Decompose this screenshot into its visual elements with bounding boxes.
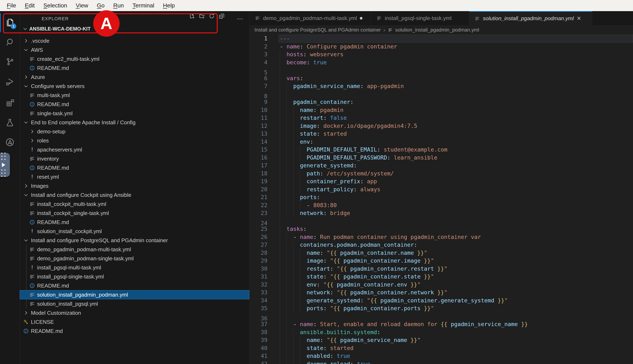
code-line-11[interactable]: 11restart: false: [250, 114, 633, 122]
code-line-28[interactable]: 28name: "{{ pgadmin_container.name }}": [250, 249, 633, 257]
code-line-20[interactable]: 20restart_policy: always: [250, 186, 633, 194]
code-line-27[interactable]: 27containers.podman.podman_container:: [250, 241, 633, 249]
tree-item-install-and-configure-postgresql-and-pgadmin-container[interactable]: Install and configure PostgreSQL and PGA…: [20, 236, 249, 245]
code-line-21[interactable]: 21ports:: [250, 193, 633, 201]
extensions-icon[interactable]: [5, 98, 15, 108]
tree-item-images[interactable]: Images: [20, 182, 249, 190]
code-line-40[interactable]: 40state: started: [250, 344, 633, 352]
code-line-35[interactable]: 35ports: "{{ pgadmin_container.ports }}": [250, 304, 633, 312]
tree-item-readme-md[interactable]: README.md: [20, 163, 249, 172]
tree-item-model-customization[interactable]: Model Customization: [20, 308, 249, 318]
menu-item-view[interactable]: View: [72, 2, 93, 9]
code-line-3[interactable]: 3hosts: webservers: [250, 50, 633, 58]
menu-item-edit[interactable]: Edit: [21, 2, 39, 9]
code-line-8[interactable]: 8: [250, 90, 633, 98]
tree-item-end-to-end-complete-apache-install-config[interactable]: End to End complete Apache Install / Con…: [20, 118, 249, 127]
code-line-6[interactable]: 6vars:: [250, 74, 633, 82]
floating-recorder-widget[interactable]: [0, 153, 10, 177]
tree-item-install-and-configure-cockpit-using-ansible[interactable]: Install and configure Cockpit using Ansi…: [20, 190, 249, 200]
tree-item-azure[interactable]: Azure: [20, 72, 249, 82]
code-line-18[interactable]: 18path: /etc/systemd/system/: [250, 170, 633, 178]
code-line-14[interactable]: 14env:: [250, 138, 633, 146]
close-icon[interactable]: ✕: [577, 15, 581, 22]
tree-item-label: AWS: [31, 47, 43, 53]
menu-item-file[interactable]: File: [3, 2, 21, 9]
code-line-30[interactable]: 30restart: "{{ pgadmin_container.restart…: [250, 265, 633, 273]
code-line-13[interactable]: 13state: started: [250, 130, 633, 138]
code-line-19[interactable]: 19container_prefix: app: [250, 178, 633, 186]
breadcrumb-file[interactable]: solution_install_pgadmin_podman.yml: [395, 27, 479, 33]
tree-item-readme-md[interactable]: README.md: [20, 218, 249, 227]
code-line-32[interactable]: 32env: "{{ pgadmin_container.env }}": [250, 281, 633, 289]
tree-item-aws[interactable]: AWS: [20, 45, 249, 54]
testing-icon[interactable]: [5, 118, 15, 128]
tree-item-demo-pgadmin-podman-multi-task-yml[interactable]: demo_pgadmin_podman-multi-task.yml: [20, 245, 249, 254]
code-line-29[interactable]: 29image: "{{ pgadmin_container.image }}": [250, 257, 633, 265]
tree-item-install-pgsql-multi-task-yml[interactable]: install_pgsql-multi-task.yml: [20, 263, 249, 272]
code-line-24[interactable]: 24: [250, 217, 633, 225]
tree-item-single-task-yml[interactable]: single-task.yml: [20, 109, 249, 118]
ansible-icon[interactable]: [5, 137, 15, 147]
tree-item-solution-install-pgsql-yml[interactable]: solution_install_pgsql.yml: [20, 299, 249, 308]
code-line-15[interactable]: 15PGADMIN_DEFAULT_EMAIL: student@example…: [250, 146, 633, 154]
tree-item-readme-md[interactable]: README.md: [20, 100, 249, 109]
code-line-22[interactable]: 22- 8083:80: [250, 201, 633, 210]
code-line-1[interactable]: 1---: [250, 35, 633, 43]
code-line-38[interactable]: 38ansible.builtin.systemd:: [250, 328, 633, 336]
code-line-34[interactable]: 34generate_systemd: "{{ pgadmin_containe…: [250, 296, 633, 305]
tab-demo-pgadmin-podman-multi-task-yml[interactable]: demo_pgadmin_podman-multi-task.yml: [250, 11, 371, 25]
tree-item-install-cockpit-single-task-yml[interactable]: install_cockpit_single-task.yml: [20, 208, 249, 218]
code-line-12[interactable]: 12image: docker.io/dpage/pgadmin4:7.5: [250, 122, 633, 130]
menu-item-run[interactable]: Run: [109, 2, 128, 9]
code-line-4[interactable]: 4become: true: [250, 58, 633, 66]
tree-item-solution-install-pgadmin-podman-yml[interactable]: solution_install_pgadmin_podman.yml: [20, 290, 249, 299]
code-line-42[interactable]: 42daemon_reload: true: [250, 360, 633, 364]
code-line-17[interactable]: 17generate_systemd:: [250, 162, 633, 170]
tree-item-vscode[interactable]: .vscode: [20, 36, 249, 45]
tab-solution-install-pgadmin-podman-yml[interactable]: solution_install_pgadmin_podman.yml✕: [469, 11, 592, 25]
tab-install-pgsql-single-task-yml[interactable]: install_pgsql-single-task.yml: [371, 11, 469, 25]
tree-item-readme-md[interactable]: README.md: [20, 326, 249, 336]
menu-item-selection[interactable]: Selection: [39, 2, 71, 9]
code-line-39[interactable]: 39name: "{{ pgadmin_service_name }}": [250, 336, 633, 344]
menu-item-terminal[interactable]: Terminal: [128, 2, 159, 9]
code-line-33[interactable]: 33network: "{{ pgadmin_container.network…: [250, 288, 633, 296]
tree-item-create-ec2-multi-task-yml[interactable]: create_ec2_multi-task.yml: [20, 54, 249, 64]
tree-item-roles[interactable]: roles: [20, 136, 249, 145]
code-line-2[interactable]: 2- name: Configure pgadmin container: [250, 43, 633, 51]
code-line-26[interactable]: 26- name: Run podman container using pga…: [250, 233, 633, 241]
tree-item-multi-task-yml[interactable]: multi-task.yml: [20, 91, 249, 100]
source-control-icon[interactable]: [5, 57, 15, 66]
tree-item-apacheservers-yml[interactable]: apacheservers.yml: [20, 145, 249, 154]
menu-item-go[interactable]: Go: [93, 2, 109, 9]
run-debug-icon[interactable]: [5, 77, 15, 87]
tree-item-inventory[interactable]: inventory: [20, 154, 249, 163]
search-icon[interactable]: [5, 37, 15, 47]
collapse-all-button[interactable]: [218, 13, 225, 19]
code-line-16[interactable]: 16PGADMIN_DEFAULT_PASSWORD: learn_ansibl…: [250, 154, 633, 162]
tree-item-solution-install-cockpit-yml[interactable]: solution_install_cockpit.yml: [20, 227, 249, 236]
more-actions-button[interactable]: [237, 16, 243, 22]
code-line-41[interactable]: 41enabled: true: [250, 352, 633, 360]
code-line-9[interactable]: 9pgadmin_container:: [250, 98, 633, 106]
code-line-25[interactable]: 25tasks:: [250, 225, 633, 233]
code-line-5[interactable]: 5: [250, 66, 633, 74]
tree-item-install-cockpit-multi-task-yml[interactable]: install_cockpit_multi-task.yml: [20, 200, 249, 208]
code-line-37[interactable]: 37- name: Start, enable and reload daemo…: [250, 320, 633, 328]
tree-item-reset-yml[interactable]: reset.yml: [20, 172, 249, 182]
code-line-10[interactable]: 10name: pgadmin: [250, 106, 633, 114]
code-line-31[interactable]: 31state: "{{ pgadmin_container.state }}": [250, 273, 633, 281]
breadcrumb-folder[interactable]: Install and configure PostgreSQL and PGA…: [254, 27, 381, 33]
tree-item-demo-pgadmin-podman-single-task-yml[interactable]: demo_pgadmin_podman-single-task.yml: [20, 254, 249, 263]
code-line-36[interactable]: 36: [250, 312, 633, 320]
tree-item-readme-md[interactable]: README.md: [20, 281, 249, 290]
menu-item-help[interactable]: Help: [159, 2, 179, 9]
code-line-7[interactable]: 7pgadmin_service_name: app-pgadmin: [250, 82, 633, 90]
tree-item-configure-web-servers[interactable]: Configure web servers: [20, 82, 249, 91]
code-line-23[interactable]: 23network: bridge: [250, 209, 633, 217]
tree-item-readme-md[interactable]: README.md: [20, 64, 249, 72]
code-editor[interactable]: 1---2- name: Configure pgadmin container…: [250, 35, 633, 364]
tree-item-install-pgsql-single-task-yml[interactable]: install_pgsql-single-task.yml: [20, 272, 249, 281]
tree-item-license[interactable]: LICENSE: [20, 318, 249, 326]
tree-item-demo-setup[interactable]: demo-setup: [20, 127, 249, 136]
